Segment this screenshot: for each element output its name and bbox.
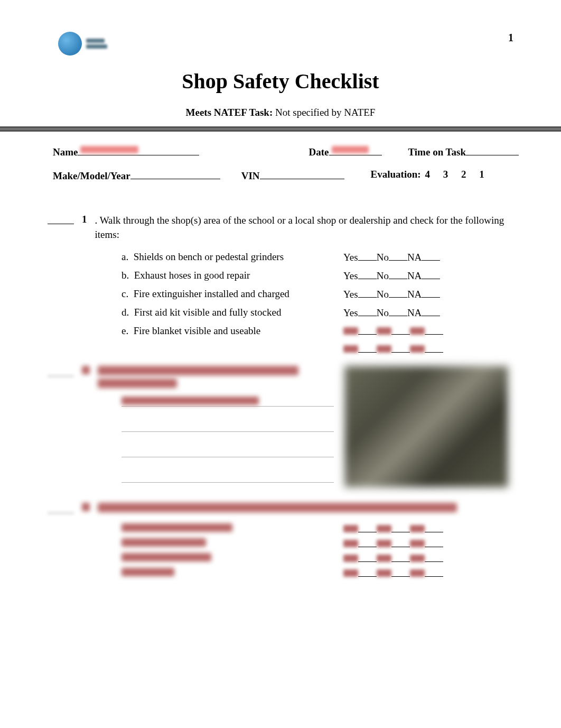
blurred-text (343, 525, 358, 532)
blurred-text (377, 525, 391, 532)
q1b-yes[interactable] (358, 270, 377, 279)
q2-row (48, 366, 334, 388)
q2-answer-line-1[interactable] (121, 396, 334, 407)
eval-field: Evaluation: 4 3 2 1 (371, 169, 490, 182)
date-field: Date (309, 145, 382, 158)
subtitle: Meets NATEF Task: Not specified by NATEF (42, 107, 519, 118)
q3-item-d-blurred (121, 567, 508, 577)
blurred-text (121, 538, 206, 547)
blurred-text (410, 525, 425, 532)
blurred-text (377, 327, 391, 335)
q1d-label: d. First aid kit visible and fully stock… (121, 307, 343, 319)
logo-circle-icon (58, 32, 82, 56)
question-3-blurred (48, 503, 508, 577)
q3-sub-items (121, 523, 508, 577)
subtitle-rest: Not specified by NATEF (273, 107, 375, 118)
q1d-na[interactable] (422, 307, 440, 316)
q3-item-a-blurred (121, 523, 508, 532)
eval-values[interactable]: 4 3 2 1 (425, 169, 490, 180)
mmy-input-line[interactable] (130, 169, 220, 179)
q1-item-c: c. Fire extinguisher installed and charg… (121, 288, 508, 300)
blurred-text (343, 540, 358, 547)
q2-answer-line-2[interactable] (121, 421, 334, 432)
blurred-text (410, 345, 425, 353)
q1-item-a: a. Shields on bench or pedestal grinders… (121, 251, 508, 263)
q1e-yes[interactable] (358, 325, 377, 335)
blurred-text (410, 569, 425, 577)
q2-answer-line-3[interactable] (121, 447, 334, 457)
blurred-text (343, 345, 358, 353)
page-title: Shop Safety Checklist (42, 69, 519, 94)
name-input-line[interactable] (78, 145, 199, 155)
q1-sub-items: a. Shields on bench or pedestal grinders… (121, 251, 508, 353)
eval-label: Evaluation: (371, 169, 421, 180)
q1f-label-blurred (121, 343, 343, 353)
q1a-yes[interactable] (358, 251, 377, 261)
q1a-na[interactable] (422, 251, 440, 261)
date-label: Date (309, 146, 329, 158)
q1f-options-blurred (343, 343, 443, 353)
blurred-text (98, 503, 457, 512)
q3-item-b-blurred (121, 538, 508, 547)
question-1: 1 . Walk through the shop(s) area of the… (48, 214, 508, 242)
q1c-options: Yes No NA (343, 288, 440, 300)
q1b-no[interactable] (389, 270, 407, 279)
blurred-text (410, 540, 425, 547)
blurred-text (343, 555, 358, 562)
form-row-2: Make/Model/Year VIN Evaluation: 4 3 2 1 (42, 169, 519, 182)
mmy-label: Make/Model/Year (53, 170, 130, 182)
q1a-no[interactable] (389, 251, 407, 261)
vin-label: VIN (241, 170, 260, 182)
blurred-text (410, 327, 425, 335)
yes-label: Yes (343, 252, 358, 263)
q1d-no[interactable] (389, 307, 407, 316)
q2-answer-line-4[interactable] (121, 472, 334, 483)
q1b-options: Yes No NA (343, 270, 440, 282)
blurred-text (377, 345, 391, 353)
blurred-text (377, 569, 391, 577)
q2-check-blank[interactable] (48, 366, 74, 376)
q3-check-blank[interactable] (48, 503, 74, 513)
q1e-options-blurred (343, 325, 443, 337)
q1b-label: b. Exhaust hoses in good repair (121, 270, 343, 282)
vin-input-line[interactable] (260, 169, 344, 179)
blurred-text (121, 397, 259, 405)
blurred-text (82, 503, 90, 511)
q1d-options: Yes No NA (343, 307, 440, 319)
q1c-na[interactable] (422, 288, 440, 298)
blurred-text (82, 366, 90, 374)
date-input-line[interactable] (329, 145, 382, 155)
name-field: Name (53, 145, 199, 158)
logo (58, 29, 116, 58)
q1d-yes[interactable] (358, 307, 377, 316)
page-number: 1 (508, 32, 513, 44)
q1c-label: c. Fire extinguisher installed and charg… (121, 288, 343, 300)
q1c-yes[interactable] (358, 288, 377, 298)
question-2-blurred (48, 366, 508, 497)
shop-image-blurred (344, 366, 508, 487)
blurred-text (98, 379, 177, 388)
time-field: Time on Task (408, 145, 519, 158)
q1-number: 1 (82, 214, 87, 242)
q1-check-blank[interactable] (48, 214, 74, 224)
q1e-label: e. Fire blanket visible and useable (121, 325, 343, 337)
no-label: No (377, 252, 389, 263)
blurred-text (377, 540, 391, 547)
blurred-text (121, 553, 211, 561)
q1b-na[interactable] (422, 270, 440, 279)
blurred-text (121, 568, 174, 576)
q1-item-d: d. First aid kit visible and fully stock… (121, 307, 508, 319)
q1c-no[interactable] (389, 288, 407, 298)
q1-item-e: e. Fire blanket visible and useable (121, 325, 508, 337)
form-row-1: Name Date Time on Task (42, 145, 519, 158)
time-input-line[interactable] (466, 145, 519, 155)
q1a-options: Yes No NA (343, 251, 440, 263)
subtitle-bold: Meets NATEF Task: (186, 107, 273, 118)
name-label: Name (53, 146, 78, 158)
vin-field: VIN (241, 169, 344, 182)
q1e-no[interactable] (391, 325, 410, 335)
blurred-text (343, 327, 358, 335)
name-redacted (80, 146, 138, 153)
q3-row (48, 503, 508, 513)
q1e-na[interactable] (425, 325, 443, 335)
